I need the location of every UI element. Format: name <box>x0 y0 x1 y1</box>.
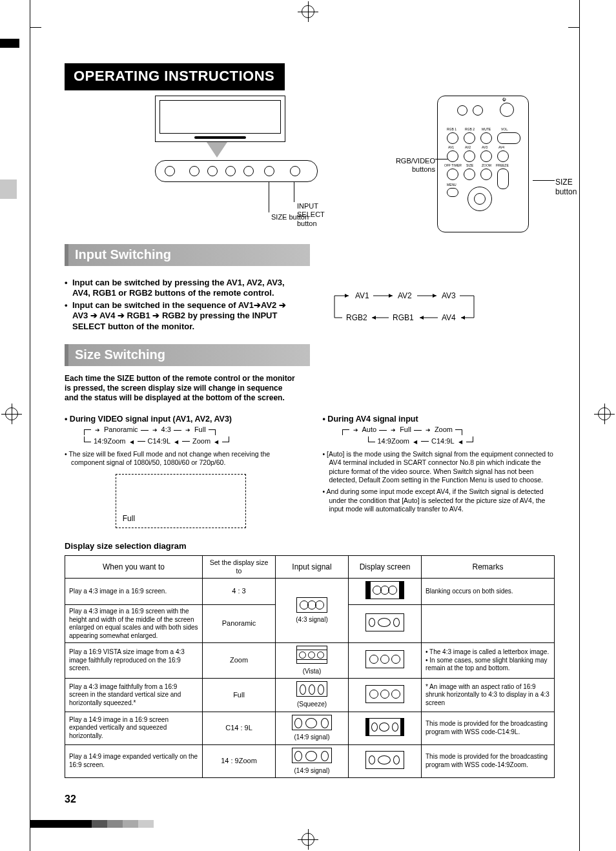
monitor-icon <box>155 96 285 142</box>
input-signal-icon <box>296 597 327 613</box>
svg-text:RGB1: RGB1 <box>393 313 414 322</box>
cell-set: Full <box>203 679 276 712</box>
signal-label: (14:9 signal) <box>280 767 344 775</box>
table-row: Play a 16:9 VISTA size image from a 4:3 … <box>65 643 555 679</box>
cell-when: Play a 4:3 image in a 16:9 screen with t… <box>65 605 203 643</box>
th-when: When you want to <box>65 556 203 579</box>
frame-line <box>30 0 30 851</box>
cell-remarks: • The 4:3 image is called a letterbox im… <box>422 643 555 679</box>
cell-when: Play a 14:9 image in a 16:9 screen expan… <box>65 712 203 744</box>
input-signal-icon <box>296 681 327 697</box>
tiny-label: ⏻ <box>502 97 506 103</box>
svg-text:AV4: AV4 <box>442 313 456 322</box>
th-display: Display screen <box>349 556 422 579</box>
tiny-label: VOL. <box>501 127 508 131</box>
cell-when: Play a 4:3 image in a 16:9 screen. <box>65 579 203 605</box>
display-screen-icon <box>365 613 404 631</box>
tiny-label: OFF TIMER <box>444 163 462 167</box>
cell-remarks <box>422 605 555 643</box>
cell-input-squeeze: (Squeeze) <box>276 679 349 712</box>
cell-input-vista: (Vista) <box>276 643 349 679</box>
frame-line <box>30 27 41 28</box>
video-signal-note: The size will be fixed Full mode and not… <box>65 450 297 467</box>
frame-line <box>568 27 580 28</box>
crop-mark-bottom <box>298 829 318 850</box>
page-title: OPERATING INSTRUCTIONS <box>65 63 285 90</box>
tiny-label: AV3 <box>482 145 488 149</box>
cell-display <box>349 643 422 679</box>
display-screen-icon <box>365 581 404 599</box>
cell-remarks: * An image with an aspect ratio of 16:9 … <box>422 679 555 712</box>
section-heading-size-switching: Size Switching <box>65 344 310 366</box>
crop-mark-right <box>594 404 615 424</box>
input-switching-text: Input can be switched by pressing the AV… <box>65 272 297 334</box>
subheading-av4-signal: • During AV4 signal input <box>323 415 555 425</box>
callout-line <box>533 180 555 181</box>
arrow-down-icon <box>207 142 227 158</box>
cell-remarks: Blanking occurs on both sides. <box>422 579 555 605</box>
svg-text:AV2: AV2 <box>398 291 412 300</box>
display-screen-icon <box>365 685 404 703</box>
cell-when: Play a 14:9 image expanded vertically on… <box>65 744 203 777</box>
crop-mark-left <box>1 404 22 424</box>
display-screen-icon <box>365 650 404 668</box>
av4-signal-block: • During AV4 signal input Auto Full Zoom… <box>323 415 555 528</box>
th-input: Input signal <box>276 556 349 579</box>
cell-set: 14 : 9Zoom <box>203 744 276 777</box>
cell-remarks: This mode is provided for the broadcasti… <box>422 712 555 744</box>
input-signal-icon <box>296 646 327 664</box>
edge-marker-gray <box>0 179 17 199</box>
tiny-label: FREEZE <box>496 163 509 167</box>
page-content: OPERATING INSTRUCTIONS INPUT SELECT butt… <box>65 63 555 793</box>
cell-display <box>349 712 422 744</box>
cell-display <box>349 579 422 605</box>
input-switching-sequence: AV1 AV2 AV3 AV4 RGB1 RGB2 <box>323 272 555 334</box>
table-row: Play a 14:9 image expanded vertically on… <box>65 744 555 777</box>
table-title: Display size selection diagram <box>65 541 555 551</box>
tiny-label: AV1 <box>448 145 454 149</box>
tiny-label: MENU <box>447 183 457 187</box>
cell-set: Panoramic <box>203 605 276 643</box>
frame-line <box>579 0 580 851</box>
svg-text:AV1: AV1 <box>355 291 369 300</box>
cell-input-149b: (14:9 signal) <box>276 744 349 777</box>
th-remarks: Remarks <box>422 556 555 579</box>
tiny-label: ZOOM <box>482 163 491 167</box>
av4-note-1: [Auto] is the mode using the Switch sign… <box>323 450 555 486</box>
label-size-button-remote: SIZE button <box>555 178 577 197</box>
signal-label: (Squeeze) <box>280 701 344 709</box>
table-row: Play a 4:3 image in a 16:9 screen. 4 : 3… <box>65 579 555 605</box>
bullet: Input can be switched in the sequence of… <box>65 300 297 332</box>
display-size-table: When you want to Set the display size to… <box>65 555 555 778</box>
tiny-label: AV4 <box>498 145 504 149</box>
signal-label: (4:3 signal) <box>280 616 344 624</box>
tiny-label: RGB 1 <box>447 127 457 131</box>
table-row: Play a 4:3 image faithfully from a 16:9 … <box>65 679 555 712</box>
section-heading-input-switching: Input Switching <box>65 244 310 266</box>
sequence-loop-icon: AV1 AV2 AV3 AV4 RGB1 RGB2 <box>323 289 491 325</box>
input-signal-icon <box>292 715 332 730</box>
av4-signal-sequence: Auto Full Zoom 14:9Zoom C14:9L <box>323 424 555 447</box>
cell-set: Zoom <box>203 643 276 679</box>
av4-note-2: And during some input mode except AV4, i… <box>323 487 555 514</box>
signal-label: (Vista) <box>280 668 344 676</box>
subheading-video-signal: • During VIDEO signal input (AV1, AV2, A… <box>65 415 297 425</box>
status-display-label: Full <box>123 514 135 524</box>
cell-set: C14 : 9L <box>203 712 276 744</box>
footer-color-blocks <box>30 820 154 828</box>
status-display-example: Full <box>116 474 246 528</box>
tiny-label: AV2 <box>465 145 471 149</box>
display-screen-icon <box>365 718 404 736</box>
tiny-label: MUTE <box>482 127 491 131</box>
tiny-label: SIZE <box>466 163 473 167</box>
cell-set: 4 : 3 <box>203 579 276 605</box>
remote-control-icon: ⏻ RGB 1 RGB 2 MUTE VOL. AV1 AV2 AV3 AV4 … <box>437 96 529 232</box>
cell-input-43: (4:3 signal) <box>276 579 349 643</box>
cell-when: Play a 4:3 image faithfully from a 16:9 … <box>65 679 203 712</box>
bullet: Input can be switched by pressing the AV… <box>65 278 297 299</box>
edge-marker-black <box>0 39 19 48</box>
cell-when: Play a 16:9 VISTA size image from a 4:3 … <box>65 643 203 679</box>
th-set: Set the display size to <box>203 556 276 579</box>
page-number: 32 <box>65 793 76 806</box>
cell-remarks: This mode is provided for the broadcasti… <box>422 744 555 777</box>
